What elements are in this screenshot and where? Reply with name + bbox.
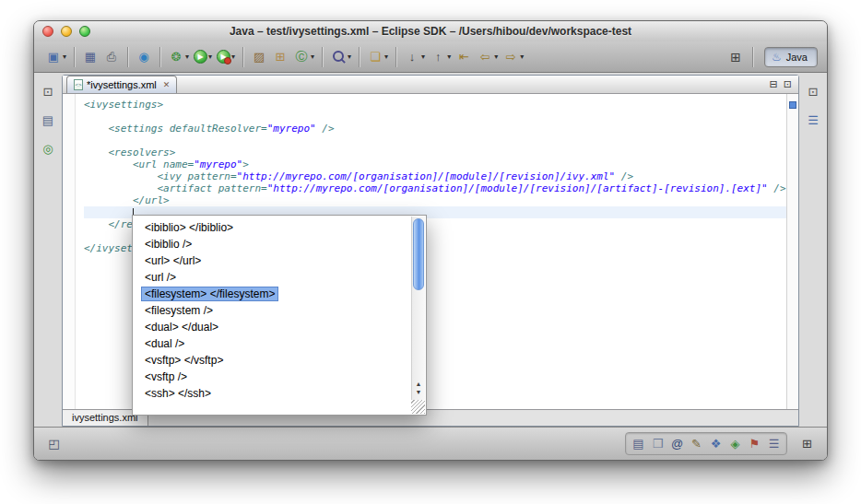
dropdown-arrow-icon[interactable]: ▾ xyxy=(185,53,189,61)
dropdown-arrow-icon[interactable]: ▾ xyxy=(63,53,66,61)
zoom-button[interactable] xyxy=(79,26,90,37)
open-element-button[interactable]: ❏▾ xyxy=(365,46,390,68)
overview-ruler[interactable] xyxy=(786,94,798,409)
annotation-marker xyxy=(789,101,796,109)
dropdown-arrow-icon[interactable]: ▾ xyxy=(494,53,498,61)
previous-annotation-button[interactable]: ↑▾ xyxy=(428,46,453,68)
minimize-editor-icon[interactable]: ⊟ xyxy=(770,78,778,90)
content-assist-popup: <ibiblio> </ibiblio><ibiblio /><url> </u… xyxy=(132,215,427,416)
forward-button[interactable]: ⇨▾ xyxy=(501,46,525,68)
java-perspective-label: Java xyxy=(786,52,808,63)
completion-item-label: <url /> xyxy=(142,271,179,284)
restore-pane-icon[interactable]: ⊡ xyxy=(40,83,56,100)
completion-item[interactable]: <ibiblio> </ibiblio> xyxy=(134,219,410,236)
print-button[interactable]: ⎙ xyxy=(101,46,122,68)
last-edit-location-button[interactable]: ⇤ xyxy=(454,46,474,68)
outline-view-icon[interactable]: ☰ xyxy=(805,111,821,128)
completion-item[interactable]: <url> </url> xyxy=(134,252,410,269)
close-button[interactable] xyxy=(42,26,53,37)
tasks-view-icon[interactable]: ❒ xyxy=(649,435,666,452)
bookmarks-view-icon[interactable]: ☰ xyxy=(765,435,783,452)
restore-views-icon[interactable]: ⊞ xyxy=(798,435,816,452)
bottom-trim: ◰ ▤❒@✎❖◈⚑☰ ⊞ xyxy=(34,427,827,460)
back-button[interactable]: ⇦▾ xyxy=(475,46,500,68)
declaration-view-icon[interactable]: ✎ xyxy=(688,435,705,452)
new-wizard-icon: ▣ xyxy=(45,49,62,65)
completion-item-label: <dual> </dual> xyxy=(142,321,221,334)
java-perspective-button[interactable]: ♨ Java xyxy=(764,47,818,67)
completion-item[interactable]: <dual /> xyxy=(134,335,410,352)
completion-item[interactable]: <url /> xyxy=(134,269,410,286)
javadoc-view-icon[interactable]: @ xyxy=(668,435,686,452)
external-tools-button[interactable]: ▶▾ xyxy=(215,46,237,68)
restore-pane-icon[interactable]: ⊡ xyxy=(805,83,821,100)
new-package-button[interactable]: ⊞ xyxy=(270,46,290,68)
code-line xyxy=(84,135,786,147)
dropdown-arrow-icon[interactable]: ▾ xyxy=(348,53,351,61)
new-class-button[interactable]: Ⓒ▾ xyxy=(291,46,316,68)
content-assist-list[interactable]: <ibiblio> </ibiblio><ibiblio /><url> </u… xyxy=(134,217,410,414)
completion-item-label: <filesystem> </filesystem> xyxy=(142,287,277,300)
run-button[interactable]: ▶▾ xyxy=(192,46,214,68)
completion-item[interactable]: <dual> </dual> xyxy=(134,319,410,335)
dropdown-arrow-icon[interactable]: ▾ xyxy=(447,53,451,61)
completion-item[interactable]: <filesystem /> xyxy=(134,302,410,319)
web-browser-button[interactable]: ◉ xyxy=(134,46,154,68)
open-perspective-icon[interactable]: ⊞ xyxy=(730,50,741,64)
dropdown-arrow-icon[interactable]: ▾ xyxy=(384,53,388,61)
new-java-project-button[interactable]: ▨ xyxy=(249,46,269,68)
view-bar-icons: ▤❒@✎❖◈⚑☰ xyxy=(625,432,787,455)
console-view-icon[interactable]: ▤ xyxy=(630,435,647,452)
xml-file-icon: <> xyxy=(74,79,83,90)
scroll-down-icon[interactable]: ▼ xyxy=(416,389,422,395)
completion-item-label: <filesystem /> xyxy=(142,304,216,317)
next-annotation-button[interactable]: ↓▾ xyxy=(402,46,427,68)
dropdown-arrow-icon[interactable]: ▾ xyxy=(520,53,524,61)
synchronize-icon[interactable]: ◎ xyxy=(40,140,56,157)
line-ruler[interactable] xyxy=(63,94,76,409)
scroll-up-icon[interactable]: ▲ xyxy=(416,381,422,387)
scroll-arrows: ▲ ▼ xyxy=(412,381,425,395)
completion-item[interactable]: <vsftp> </vsftp> xyxy=(134,352,410,369)
dropdown-arrow-icon[interactable]: ▾ xyxy=(421,53,425,61)
new-package-icon: ⊞ xyxy=(272,49,289,65)
resize-grip-icon[interactable] xyxy=(411,400,425,414)
search-view-icon[interactable]: ❖ xyxy=(707,435,725,452)
back-icon: ⇦ xyxy=(477,49,493,65)
dropdown-arrow-icon[interactable]: ▾ xyxy=(231,53,235,61)
maximize-editor-icon[interactable]: ⊡ xyxy=(784,78,792,90)
completion-item-label: <dual /> xyxy=(142,337,187,350)
problems-view-icon[interactable]: ⚑ xyxy=(746,435,763,452)
search-button[interactable]: ▾ xyxy=(328,46,353,68)
debug-button[interactable]: ❂▾ xyxy=(166,46,191,68)
minimize-button[interactable] xyxy=(61,26,72,37)
completion-item[interactable]: <ssh> </ssh> xyxy=(134,385,410,402)
toolbar-separator xyxy=(159,47,160,67)
completion-item-label: <ssh> </ssh> xyxy=(142,387,214,400)
completion-item-label: <ibiblio /> xyxy=(142,238,195,251)
editor-tab[interactable]: <> *ivysettings.xml ✕ xyxy=(66,76,177,93)
new-wizard-button[interactable]: ▣▾ xyxy=(43,46,68,68)
progress-view-icon[interactable]: ◈ xyxy=(726,435,744,452)
previous-annotation-icon: ↑ xyxy=(430,49,446,65)
completion-item[interactable]: <ibiblio /> xyxy=(134,236,410,252)
titlebar[interactable]: Java – test/ivysettings.xml – Eclipse SD… xyxy=(34,21,827,41)
main-toolbar: ▣▾▦⎙◉❂▾▶▾▶▾▨⊞Ⓒ▾▾❏▾↓▾↑▾⇤⇦▾⇨▾ ⊞ ♨ Java xyxy=(34,41,827,73)
dropdown-arrow-icon[interactable]: ▾ xyxy=(208,53,212,61)
last-edit-location-icon: ⇤ xyxy=(455,49,472,65)
tab-close-icon[interactable]: ✕ xyxy=(163,80,171,89)
completion-item[interactable]: <filesystem> </filesystem> xyxy=(134,286,410,302)
save-icon: ▦ xyxy=(82,49,99,65)
desktop: Java – test/ivysettings.xml – Eclipse SD… xyxy=(0,0,861,504)
toolbar-separator xyxy=(74,47,75,67)
dropdown-arrow-icon[interactable]: ▾ xyxy=(311,53,314,61)
scrollbar-thumb[interactable] xyxy=(413,218,424,290)
fast-view-icon[interactable]: ◰ xyxy=(45,435,63,452)
save-button[interactable]: ▦ xyxy=(80,46,100,68)
right-trim: ⊡☰ xyxy=(799,75,827,427)
package-explorer-icon[interactable]: ▤ xyxy=(40,111,56,128)
scrollbar-track[interactable]: ▲ ▼ xyxy=(411,217,425,414)
window-controls xyxy=(42,26,90,37)
completion-item[interactable]: <vsftp /> xyxy=(134,369,410,385)
editor-tab-label: *ivysettings.xml xyxy=(87,79,157,90)
